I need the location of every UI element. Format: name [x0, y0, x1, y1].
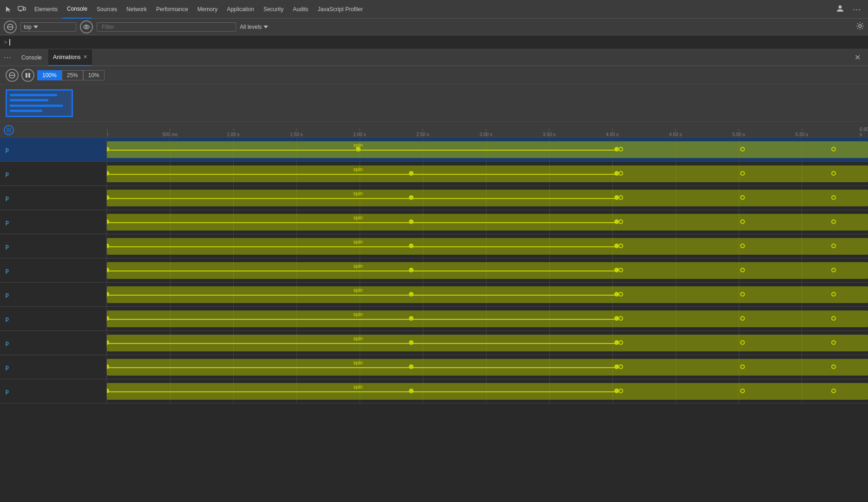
toolbar-tab-sources[interactable]: Sources: [92, 0, 122, 19]
toolbar-tab-network[interactable]: Network: [122, 0, 151, 19]
keyframe-dot: [409, 171, 414, 176]
toolbar-tab-application[interactable]: Application: [222, 0, 259, 19]
speed-button-100[interactable]: 100%: [37, 70, 62, 80]
svg-rect-1: [24, 7, 26, 10]
keyframe-dot-hollow: [740, 147, 745, 152]
svg-point-6: [84, 25, 89, 29]
keyframe-dot: [409, 292, 414, 297]
keyframe-dot-hollow: [740, 389, 745, 393]
speed-button-10[interactable]: 10%: [83, 70, 105, 80]
table-row[interactable]: pspin: [0, 379, 868, 403]
keyframe-dot: [409, 195, 414, 200]
toolbar-tab-audits[interactable]: Audits: [288, 0, 313, 19]
animations-panel: 100%25%10% 0500 ms1.00 s1.50 s2.00 s2.50…: [0, 66, 868, 407]
settings-icon[interactable]: [856, 22, 864, 30]
svg-point-3: [839, 5, 842, 8]
context-selector[interactable]: top: [20, 22, 76, 32]
keyframe-dot-hollow: [831, 195, 836, 200]
replay-button[interactable]: [4, 125, 14, 135]
animation-line: [107, 271, 617, 271]
console-input-bar: >: [0, 35, 868, 49]
animation-line: [107, 198, 617, 199]
keyframe-dot-hollow: [831, 244, 836, 248]
svg-rect-12: [28, 73, 30, 78]
keyframe-dot: [409, 219, 414, 224]
toolbar-tab-security[interactable]: Security: [259, 0, 288, 19]
preview-line: [10, 105, 63, 107]
keyframe-dot-hollow: [740, 364, 745, 369]
keyframe-dot-hollow: [740, 244, 745, 248]
no-animation-button[interactable]: [6, 69, 19, 82]
animation-rows: pspinpspinpspinpspinpspinpspinpspinpspin…: [0, 138, 868, 407]
eye-icon[interactable]: [80, 20, 93, 33]
inspect-icon[interactable]: [4, 4, 14, 14]
keyframe-dot-hollow: [618, 268, 623, 272]
table-row[interactable]: pspin: [0, 234, 868, 258]
toolbar-tab-javascript-profiler[interactable]: JavaScript Profiler: [313, 0, 368, 19]
row-track: spin: [107, 355, 868, 379]
animation-line: [107, 391, 617, 392]
tab-console[interactable]: Console: [17, 49, 46, 66]
keyframe-dot-hollow: [831, 147, 836, 152]
row-element-label: p: [0, 283, 107, 306]
table-row[interactable]: pspin: [0, 331, 868, 355]
tab-animations-close[interactable]: ✕: [83, 54, 87, 60]
row-track: spin: [107, 138, 868, 161]
preview-line: [10, 99, 48, 101]
preview-line: [10, 94, 57, 96]
table-row[interactable]: pspin: [0, 283, 868, 307]
log-level-label: All levels: [240, 24, 262, 30]
filter-input-wrapper[interactable]: [97, 22, 236, 32]
table-row[interactable]: pspin: [0, 186, 868, 210]
keyframe-dot-hollow: [831, 340, 836, 345]
keyframe-dot-hollow: [740, 316, 745, 321]
table-row[interactable]: pspin: [0, 355, 868, 379]
tab-animations[interactable]: Animations ✕: [48, 49, 92, 66]
table-row[interactable]: pspin: [0, 210, 868, 234]
row-track: spin: [107, 331, 868, 355]
drawer-more-icon[interactable]: ⋯: [4, 53, 15, 62]
row-track: spin: [107, 258, 868, 282]
animation-line: [107, 222, 617, 223]
keyframe-dot-hollow: [618, 292, 623, 297]
animation-line: [107, 319, 617, 320]
animation-line: [107, 150, 617, 151]
toolbar-tab-performance[interactable]: Performance: [151, 0, 193, 19]
keyframe-dot: [409, 389, 414, 393]
toolbar-tab-memory[interactable]: Memory: [193, 0, 222, 19]
top-toolbar: ElementsConsoleSourcesNetworkPerformance…: [0, 0, 868, 19]
keyframe-dot-hollow: [618, 171, 623, 176]
svg-point-8: [859, 25, 861, 27]
keyframe-dot: [409, 364, 414, 369]
more-options-icon[interactable]: ⋯: [850, 4, 864, 14]
speed-button-25[interactable]: 25%: [62, 70, 83, 80]
keyframe-dot-hollow: [831, 268, 836, 272]
animation-line: [107, 295, 617, 296]
keyframe-dot-hollow: [618, 244, 623, 248]
keyframe-dot: [356, 147, 361, 152]
animation-line: [107, 367, 617, 368]
row-element-label: p: [0, 307, 107, 330]
filter-input[interactable]: [100, 24, 233, 30]
keyframe-dot-hollow: [831, 389, 836, 393]
row-element-label: p: [0, 138, 107, 161]
timeline-ruler[interactable]: 0500 ms1.00 s1.50 s2.00 s2.50 s3.00 s3.5…: [0, 122, 868, 138]
clear-console-button[interactable]: [4, 20, 17, 33]
svg-point-7: [85, 26, 87, 28]
toolbar-tab-console[interactable]: Console: [62, 0, 92, 19]
drawer-close-button[interactable]: ✕: [851, 53, 864, 61]
log-level-selector[interactable]: All levels: [240, 24, 268, 30]
ruler-tick: 2.50 s: [416, 132, 429, 137]
table-row[interactable]: pspin: [0, 162, 868, 186]
keyframe-dot-hollow: [618, 364, 623, 369]
table-row[interactable]: pspin: [0, 138, 868, 162]
toolbar-tab-elements[interactable]: Elements: [30, 0, 62, 19]
user-icon[interactable]: [833, 4, 847, 14]
keyframe-dot-hollow: [740, 268, 745, 272]
svg-rect-11: [26, 73, 27, 78]
table-row[interactable]: pspin: [0, 258, 868, 283]
row-element-label: p: [0, 234, 107, 258]
table-row[interactable]: pspin: [0, 307, 868, 331]
pause-button[interactable]: [21, 69, 34, 82]
device-toolbar-icon[interactable]: [17, 4, 27, 14]
